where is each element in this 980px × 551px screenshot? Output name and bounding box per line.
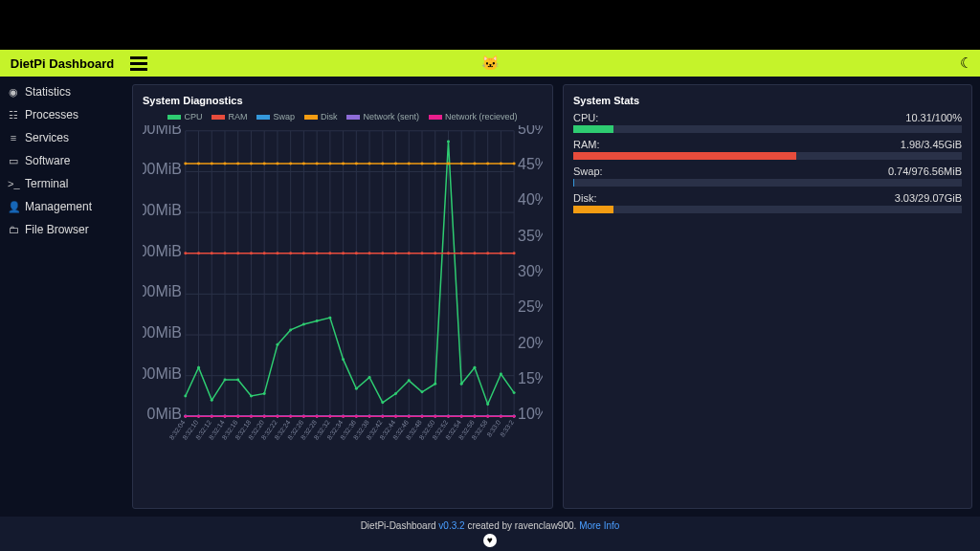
svg-point-217 (316, 415, 319, 418)
svg-point-220 (355, 415, 358, 418)
svg-text:2500MiB: 2500MiB (143, 202, 182, 218)
svg-point-81 (236, 378, 239, 381)
stat-value: 10.31/100% (905, 112, 962, 123)
svg-point-91 (368, 376, 371, 379)
svg-text:50%: 50% (518, 125, 543, 137)
sidebar-item-label: Management (25, 200, 92, 213)
topbar: DietPi Dashboard 🐱 ☾ (0, 50, 980, 77)
stat-label: Swap: (573, 165, 603, 177)
svg-point-128 (513, 252, 516, 254)
svg-text:10%: 10% (518, 406, 543, 422)
sidebar-item-statistics[interactable]: ◉Statistics (0, 80, 124, 103)
stat-row-disk: Disk:3.03/29.07GiB (573, 192, 962, 213)
svg-point-170 (381, 162, 384, 165)
svg-point-96 (434, 383, 436, 386)
svg-point-106 (223, 252, 226, 254)
sidebar-item-management[interactable]: 👤Management (0, 195, 124, 218)
svg-text:25%: 25% (518, 298, 543, 315)
svg-point-83 (263, 392, 266, 395)
svg-text:0MiB: 0MiB (147, 406, 182, 422)
system-stats-card: System Stats CPU:10.31/100%RAM:1.98/3.45… (563, 84, 972, 509)
card-title: System Stats (573, 95, 962, 106)
menu-toggle-icon[interactable] (130, 54, 147, 74)
sidebar-icon: ≡ (8, 132, 19, 143)
svg-point-216 (302, 415, 305, 418)
svg-point-87 (316, 320, 319, 322)
svg-point-179 (500, 162, 502, 165)
sidebar-item-processes[interactable]: ☷Processes (0, 103, 124, 126)
legend-item[interactable]: Network (sent) (346, 112, 419, 121)
svg-point-213 (263, 415, 266, 418)
stat-row-cpu: CPU:10.31/100% (573, 112, 962, 133)
svg-point-115 (342, 252, 345, 254)
svg-point-103 (184, 252, 187, 254)
svg-point-109 (263, 252, 266, 254)
footer: DietPi-Dashboard v0.3.2 created by raven… (0, 517, 980, 551)
svg-point-123 (447, 252, 450, 254)
stat-value: 3.03/29.07GiB (895, 192, 962, 204)
sidebar-item-file-browser[interactable]: 🗀File Browser (0, 218, 124, 241)
svg-point-84 (276, 343, 278, 346)
svg-text:500MiB: 500MiB (143, 365, 182, 382)
github-icon[interactable]: ♥ (483, 534, 497, 547)
svg-point-212 (250, 415, 253, 418)
sidebar-item-services[interactable]: ≡Services (0, 126, 124, 149)
svg-point-116 (355, 252, 358, 254)
svg-point-90 (355, 387, 358, 390)
legend-item[interactable]: Network (recieved) (429, 112, 518, 121)
svg-point-89 (342, 358, 345, 361)
card-title: System Diagnostics (143, 95, 543, 106)
svg-point-127 (500, 252, 502, 254)
svg-text:30%: 30% (518, 263, 543, 279)
svg-point-222 (381, 415, 384, 418)
theme-toggle-icon[interactable]: ☾ (960, 55, 972, 72)
svg-point-77 (184, 395, 187, 398)
svg-text:1000MiB: 1000MiB (143, 324, 182, 341)
svg-text:8:33:2: 8:33:2 (499, 419, 515, 438)
legend-item[interactable]: Disk (304, 112, 338, 121)
svg-point-226 (434, 415, 436, 418)
stat-label: RAM: (573, 139, 600, 150)
svg-point-113 (316, 252, 319, 254)
svg-point-221 (368, 415, 371, 418)
svg-point-114 (328, 252, 331, 254)
svg-point-117 (368, 252, 371, 254)
sidebar-item-label: File Browser (25, 223, 89, 236)
sidebar-icon: ☷ (8, 109, 19, 121)
svg-point-227 (447, 415, 450, 418)
sidebar-item-terminal[interactable]: >_Terminal (0, 172, 124, 195)
svg-point-232 (513, 415, 516, 418)
svg-text:3500MiB: 3500MiB (143, 125, 182, 137)
chart-legend: CPURAMSwapDiskNetwork (sent)Network (rec… (143, 112, 543, 121)
svg-point-214 (276, 415, 278, 418)
svg-point-155 (184, 162, 187, 165)
svg-text:20%: 20% (518, 335, 543, 351)
svg-point-223 (394, 415, 397, 418)
svg-point-160 (250, 162, 253, 165)
legend-item[interactable]: CPU (167, 112, 202, 121)
legend-item[interactable]: Swap (256, 112, 295, 121)
stat-label: Disk: (573, 192, 596, 204)
svg-text:40%: 40% (518, 191, 543, 208)
svg-point-167 (342, 162, 345, 165)
sidebar-icon: 👤 (8, 201, 19, 213)
svg-point-124 (460, 252, 463, 254)
legend-item[interactable]: RAM (212, 112, 247, 121)
footer-more-link[interactable]: More Info (579, 520, 619, 531)
svg-point-228 (460, 415, 463, 418)
svg-point-218 (328, 415, 331, 418)
svg-point-95 (421, 390, 424, 393)
svg-point-104 (197, 252, 200, 254)
sidebar-item-label: Software (25, 154, 70, 167)
svg-point-118 (381, 252, 384, 254)
svg-text:1500MiB: 1500MiB (143, 283, 182, 299)
sidebar-item-label: Terminal (25, 177, 68, 190)
sidebar-item-software[interactable]: ▭Software (0, 149, 124, 172)
sidebar-item-label: Processes (25, 108, 78, 121)
sidebar-icon: >_ (8, 178, 19, 189)
svg-point-209 (211, 415, 213, 418)
svg-point-85 (289, 328, 292, 331)
svg-point-121 (421, 252, 424, 254)
svg-point-177 (473, 162, 476, 165)
sidebar-icon: ◉ (8, 86, 19, 99)
